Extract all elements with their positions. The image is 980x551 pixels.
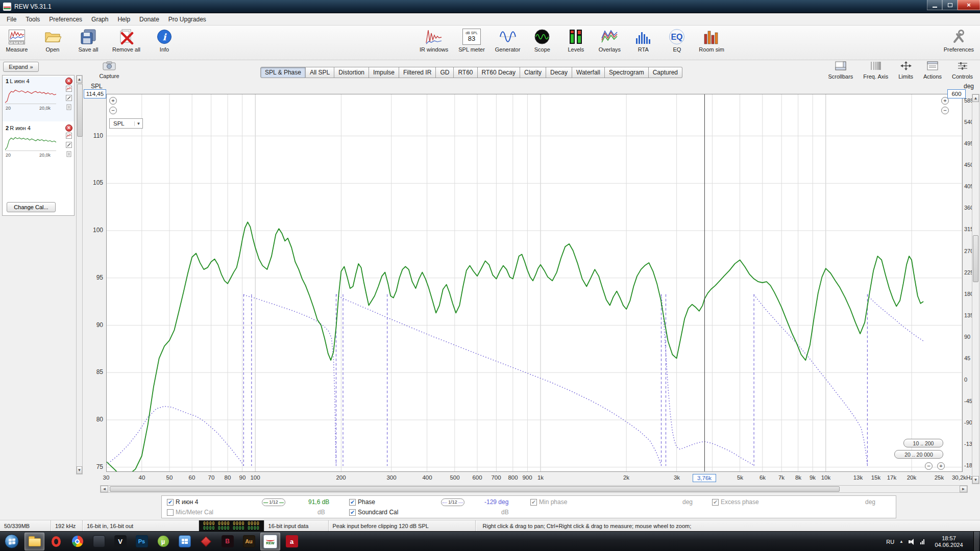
freq-axis-button[interactable]: Freq. Axis — [863, 61, 888, 80]
phase-checkbox[interactable]: ✔ — [349, 499, 356, 506]
scroll-arrow-right[interactable]: ► — [960, 486, 967, 492]
spl-phase-chart[interactable] — [106, 94, 963, 472]
mini-chart-icon[interactable] — [66, 86, 72, 93]
y-left-max-field[interactable]: 114,45 — [84, 89, 106, 98]
menu-preferences[interactable]: Preferences — [44, 14, 87, 24]
close-measurement-icon[interactable]: × — [65, 78, 72, 85]
clock[interactable]: 18:57 04.06.2024 — [929, 535, 968, 548]
smoothing-control[interactable]: 1/12 — [441, 498, 464, 506]
excess-phase-checkbox[interactable]: ✔ — [712, 499, 719, 506]
tab-impulse[interactable]: Impulse — [369, 67, 399, 78]
explorer-icon[interactable] — [24, 533, 44, 550]
splmeter-button[interactable]: dB SPL83SPL meter — [458, 28, 485, 53]
bat-app-icon[interactable]: V — [110, 533, 130, 550]
actions-button[interactable]: Actions — [923, 61, 942, 80]
tab-spl-phase[interactable]: SPL & Phase — [260, 67, 306, 78]
rta-button[interactable]: RTA — [631, 28, 655, 53]
saveall-button[interactable]: Save all — [77, 28, 100, 53]
cursor-frequency-readout[interactable]: 3,76k — [693, 474, 716, 482]
expand-button[interactable]: Expand » — [3, 62, 39, 72]
range-10-200-button[interactable]: 10 .. 200 — [903, 439, 943, 447]
zoom-out-right-button[interactable]: − — [941, 107, 949, 114]
r-июн-4-checkbox[interactable]: ✔ — [167, 499, 174, 506]
scroll-arrow-up[interactable]: ▲ — [972, 94, 979, 102]
tray-expand-icon[interactable]: ▲ — [899, 539, 903, 544]
dark-bat-icon[interactable]: B — [217, 533, 237, 550]
tab-rt60[interactable]: RT60 — [454, 67, 477, 78]
menu-file[interactable]: File — [2, 14, 21, 24]
menu-graph[interactable]: Graph — [87, 14, 113, 24]
range-20-20000-button[interactable]: 20 .. 20 000 — [894, 450, 943, 459]
scroll-arrow-left[interactable]: ◄ — [101, 486, 108, 492]
tab-distortion[interactable]: Distortion — [334, 67, 369, 78]
irwindows-button[interactable]: IR windows — [420, 28, 448, 53]
trace-select-dropdown[interactable]: SPL ▼ — [109, 118, 143, 129]
levels-button[interactable]: Levels — [564, 28, 587, 53]
zoom-out-bottom-button[interactable]: − — [925, 462, 933, 470]
audition-icon[interactable]: Au — [239, 533, 259, 550]
utorrent-icon[interactable]: µ — [153, 533, 173, 550]
controls-button[interactable]: Controls — [952, 61, 973, 80]
measurement-item[interactable]: 1L июн 4×2020,0k — [3, 77, 74, 121]
smoothing-control[interactable]: 1/12 — [262, 498, 285, 506]
scroll-arrow-down[interactable]: ▼ — [77, 466, 82, 474]
measure-button[interactable]: Measure — [5, 28, 29, 53]
dark-app-icon[interactable] — [89, 533, 109, 550]
mini-edit-icon[interactable] — [66, 142, 72, 149]
tab-filtered-ir[interactable]: Filtered IR — [399, 67, 436, 78]
rew-taskbar-icon[interactable]: REW — [260, 533, 280, 550]
red-diamond-icon[interactable] — [196, 533, 216, 550]
zoom-in-left-button[interactable]: + — [109, 97, 117, 105]
generator-button[interactable]: Generator — [495, 28, 521, 53]
language-indicator[interactable]: RU — [886, 539, 894, 545]
tab-gd[interactable]: GD — [436, 67, 454, 78]
maximize-button[interactable] — [942, 0, 958, 10]
amd-radeon-icon[interactable]: a — [282, 533, 302, 550]
eq-button[interactable]: EQEQ — [665, 28, 689, 53]
change-cal-button[interactable]: Change Cal... — [7, 202, 56, 212]
y-right-max-field[interactable]: 600 — [947, 89, 966, 98]
tab-waterfall[interactable]: Waterfall — [572, 67, 605, 78]
chrome-browser-icon[interactable] — [67, 533, 87, 550]
scrollbars-button[interactable]: Scrollbars — [828, 61, 853, 80]
preferences-button[interactable]: Preferences — [944, 28, 974, 53]
tab-all-spl[interactable]: All SPL — [306, 67, 334, 78]
tab-captured[interactable]: Captured — [649, 67, 682, 78]
scroll-thumb[interactable] — [77, 84, 83, 137]
open-button[interactable]: Open — [41, 28, 64, 53]
close-measurement-icon[interactable]: × — [65, 124, 72, 132]
scroll-arrow-up[interactable]: ▲ — [77, 76, 82, 83]
mini-notes-icon[interactable] — [66, 104, 72, 112]
opera-browser-icon[interactable] — [46, 533, 66, 550]
scroll-thumb[interactable] — [973, 235, 978, 282]
start-button[interactable] — [0, 532, 23, 551]
mini-chart-icon[interactable] — [66, 133, 72, 140]
scope-button[interactable]: Scope — [530, 28, 554, 53]
sidebar-scrollbar[interactable]: ▲▼ — [76, 75, 83, 474]
overlays-button[interactable]: Overlays — [598, 28, 621, 53]
mic-meter-cal-checkbox[interactable] — [167, 509, 174, 516]
minimize-button[interactable] — [927, 0, 942, 10]
show-desktop-button[interactable] — [973, 532, 979, 551]
vertical-scrollbar[interactable]: ▲▼ — [972, 94, 979, 484]
mini-edit-icon[interactable] — [66, 95, 72, 103]
menu-donate[interactable]: Donate — [135, 14, 164, 24]
removeall-button[interactable]: Remove all — [112, 28, 140, 53]
close-button[interactable]: × — [958, 0, 980, 10]
photoshop-icon[interactable]: Ps — [132, 533, 152, 550]
network-icon[interactable] — [920, 539, 924, 544]
scroll-thumb[interactable] — [110, 486, 840, 492]
tab-spectrogram[interactable]: Spectrogram — [605, 67, 649, 78]
zoom-in-bottom-button[interactable]: + — [937, 462, 945, 470]
tab-rt60-decay[interactable]: RT60 Decay — [478, 67, 520, 78]
blue-window-icon[interactable] — [175, 533, 194, 550]
measurement-item[interactable]: 2R июн 4×2020,0k — [3, 123, 74, 168]
tab-clarity[interactable]: Clarity — [520, 67, 546, 78]
min-phase-checkbox[interactable]: ✔ — [530, 499, 537, 506]
menu-pro-upgrades[interactable]: Pro Upgrades — [164, 14, 211, 24]
zoom-in-right-button[interactable]: + — [941, 97, 949, 105]
zoom-out-left-button[interactable]: − — [109, 107, 117, 114]
soundcard-cal-checkbox[interactable]: ✔ — [349, 509, 356, 516]
menu-tools[interactable]: Tools — [21, 14, 44, 24]
roomsim-button[interactable]: Room sim — [699, 28, 724, 53]
